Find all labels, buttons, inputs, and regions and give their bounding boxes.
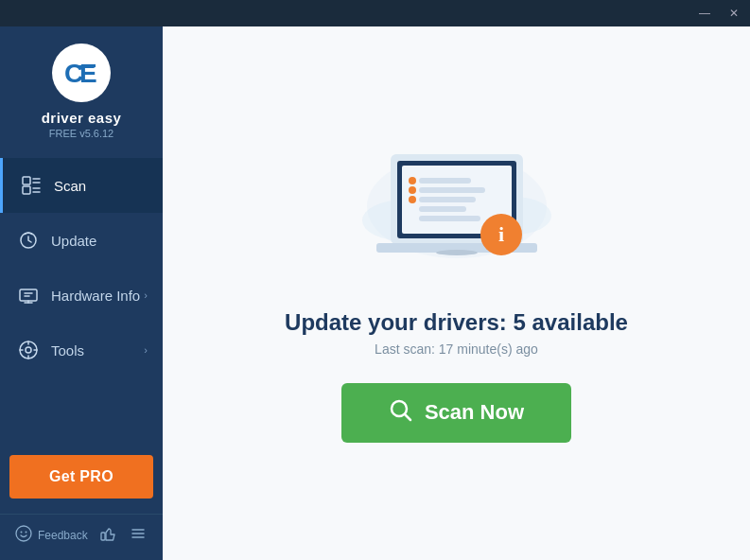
tools-label: Tools [51, 342, 144, 359]
scan-now-button[interactable]: Scan Now [341, 383, 571, 443]
svg-point-41 [409, 196, 416, 203]
svg-rect-35 [419, 187, 485, 193]
svg-point-43 [436, 250, 478, 255]
feedback-label: Feedback [38, 529, 88, 542]
update-label: Update [51, 233, 148, 249]
thumbs-up-icon[interactable] [98, 524, 117, 547]
svg-point-39 [409, 177, 416, 184]
svg-point-23 [26, 531, 27, 533]
scan-icon [18, 172, 44, 199]
app-logo-icon: C E [52, 44, 111, 102]
close-button[interactable]: ✕ [725, 5, 742, 22]
svg-point-16 [26, 347, 31, 353]
feedback-item[interactable]: Feedback [15, 525, 88, 547]
logo-svg: C E [59, 50, 104, 96]
app-name: driver easy [42, 110, 122, 126]
laptop-illustration: i [348, 126, 566, 287]
scan-now-label: Scan Now [425, 400, 524, 425]
sidebar-item-tools[interactable]: Tools › [0, 323, 163, 377]
svg-point-22 [21, 531, 23, 533]
svg-rect-38 [419, 216, 480, 221]
scan-label: Scan [54, 178, 148, 194]
svg-rect-37 [419, 206, 466, 212]
sidebar-logo: C E driver easy FREE v5.6.12 [0, 26, 163, 158]
sidebar-item-scan[interactable]: Scan [0, 158, 163, 213]
feedback-icon [15, 525, 32, 547]
sidebar: C E driver easy FREE v5.6.12 Scan [0, 0, 163, 560]
sidebar-footer: Feedback [0, 514, 163, 560]
titlebar: — ✕ [0, 0, 750, 26]
update-icon [15, 227, 42, 254]
svg-rect-4 [23, 186, 30, 194]
sidebar-item-update[interactable]: Update [0, 213, 163, 268]
svg-text:E: E [79, 59, 97, 88]
hardware-info-chevron: › [144, 289, 148, 301]
hardware-info-label: Hardware Info [51, 288, 144, 304]
sidebar-item-hardware-info[interactable]: Hardware Info › [0, 268, 163, 323]
tools-icon [15, 337, 42, 363]
svg-rect-24 [101, 533, 105, 540]
svg-point-21 [16, 526, 31, 541]
content-area: i Update your drivers: 5 available Last … [163, 107, 750, 481]
svg-rect-3 [23, 177, 30, 184]
svg-point-40 [409, 186, 416, 194]
tools-chevron: › [144, 344, 148, 356]
sub-text: Last scan: 17 minute(s) ago [375, 341, 538, 357]
svg-text:i: i [497, 222, 503, 246]
app-version: FREE v5.6.12 [49, 128, 113, 139]
svg-rect-2 [78, 65, 95, 68]
search-icon [389, 398, 413, 428]
svg-rect-10 [20, 289, 37, 301]
hardware-info-icon [15, 282, 42, 308]
get-pro-button[interactable]: Get PRO [9, 455, 153, 499]
sidebar-nav: Scan Update [0, 158, 163, 447]
list-icon[interactable] [129, 524, 148, 547]
svg-rect-34 [419, 178, 471, 184]
laptop-svg: i [348, 126, 566, 287]
svg-rect-36 [419, 197, 476, 202]
main-content: i Update your drivers: 5 available Last … [163, 0, 750, 560]
svg-line-47 [405, 414, 410, 420]
minimize-button[interactable]: — [695, 5, 714, 22]
main-heading: Update your drivers: 5 available [285, 309, 628, 336]
